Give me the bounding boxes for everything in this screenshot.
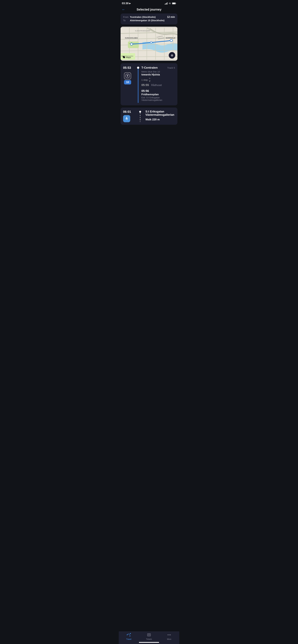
svg-point-24 bbox=[170, 39, 173, 42]
zoom-icon: ⊕ bbox=[171, 54, 173, 57]
departure-left-col: 05:53 T 10 bbox=[123, 66, 135, 103]
apple-maps-label: Maps bbox=[123, 56, 131, 58]
back-button[interactable]: ← bbox=[122, 8, 125, 12]
svg-point-34 bbox=[126, 117, 127, 118]
status-time: 03:30 ▶ bbox=[122, 2, 131, 5]
departure-station: T-Centralen bbox=[141, 66, 158, 70]
location-icon: ▶ bbox=[129, 2, 131, 4]
departure-content: T-Centralen Track 5 Metro blue line 10 t… bbox=[141, 66, 175, 103]
svg-point-39 bbox=[168, 634, 168, 635]
walk-icon-circle bbox=[123, 115, 130, 122]
map-container[interactable]: Kronobergsparken KUNGSHOLMEN NORRMALM KL… bbox=[121, 27, 177, 61]
transit-line-badge: 10 bbox=[124, 80, 131, 84]
blue-line bbox=[138, 69, 138, 103]
walk-left-col: 06:01 bbox=[123, 110, 135, 122]
travel-icon bbox=[127, 633, 131, 638]
walk-content: S:t Eriksgatan Västermalmsgallerian Walk… bbox=[145, 110, 175, 121]
from-label: From bbox=[123, 16, 129, 18]
map-zoom-button[interactable]: ⊕ bbox=[169, 52, 175, 58]
walk-person-icon bbox=[125, 117, 129, 121]
svg-text:T: T bbox=[127, 75, 128, 77]
nav-item-tickets[interactable]: Tickets bbox=[143, 633, 155, 640]
stops-count: 1 stop bbox=[141, 78, 148, 81]
journey-duration: 12 min bbox=[167, 16, 175, 18]
header: ← Selected journey bbox=[119, 6, 179, 14]
walk-station: S:t Eriksgatan Västermalmsgallerian bbox=[145, 110, 175, 116]
journey-to-row: To Alströmergatan 15 (Stockholm) bbox=[123, 19, 175, 22]
svg-text:KUNGSHOLMEN: KUNGSHOLMEN bbox=[125, 37, 138, 39]
journey-steps-card: 05:53 T 10 T-Centralen Track 5 bbox=[121, 63, 177, 105]
walk-start-dot bbox=[139, 111, 141, 113]
apple-icon bbox=[123, 56, 125, 58]
to-label: To bbox=[123, 19, 129, 22]
home-indicator bbox=[139, 642, 159, 643]
tickets-label: Tickets bbox=[146, 638, 152, 640]
svg-rect-3 bbox=[167, 2, 168, 4]
from-station: Tcentralen (Stockholm) bbox=[130, 16, 156, 18]
svg-rect-19 bbox=[128, 42, 139, 48]
stops-expand[interactable]: 1 stop ^ v bbox=[141, 76, 175, 83]
departure-section: 05:53 T 10 T-Centralen Track 5 bbox=[123, 66, 175, 103]
timeline-col bbox=[137, 66, 139, 103]
track-label: Track 5 bbox=[167, 66, 175, 69]
svg-rect-37 bbox=[147, 634, 151, 636]
status-bar: 03:30 ▶ bbox=[119, 0, 179, 6]
tickets-icon bbox=[147, 633, 151, 638]
walk-line-col bbox=[139, 110, 141, 122]
svg-rect-2 bbox=[166, 3, 167, 4]
status-icons bbox=[165, 2, 176, 4]
walk-section: 06:01 S:t Eriksgatan Västermalmsgalleria… bbox=[121, 108, 177, 125]
walk-row: 06:01 S:t Eriksgatan Västermalmsgalleria… bbox=[123, 110, 175, 122]
svg-rect-0 bbox=[165, 4, 165, 4]
arrival-time-row: 05:56 bbox=[141, 89, 175, 93]
arrival-station: Fridhemsplan bbox=[141, 93, 175, 96]
to-station: Alströmergatan 15 (Stockholm) bbox=[130, 19, 165, 22]
header-title: Selected journey bbox=[136, 8, 162, 11]
svg-text:KLARASTRANDSLEDEN: KLARASTRANDSLEDEN bbox=[135, 30, 150, 32]
svg-point-40 bbox=[169, 634, 170, 635]
line-info: Metro blue line 10 bbox=[141, 70, 175, 73]
transit-icons: T 10 bbox=[123, 71, 132, 84]
more-icon bbox=[167, 633, 171, 638]
svg-rect-6 bbox=[173, 3, 175, 4]
journey-from-row: From Tcentralen (Stockholm) 12 min bbox=[123, 16, 175, 18]
nav-item-more[interactable]: More bbox=[163, 633, 175, 640]
travel-label: Travel bbox=[126, 638, 131, 640]
intermediate-name: Rådhuset bbox=[151, 84, 162, 86]
intermediate-stop: 05:55 Rådhuset bbox=[141, 83, 175, 88]
svg-point-41 bbox=[170, 634, 171, 635]
home-indicator-bar bbox=[119, 641, 179, 643]
journey-info-card: From Tcentralen (Stockholm) 12 min To Al… bbox=[121, 14, 177, 24]
signal-icon bbox=[165, 2, 168, 4]
walk-description: Walk 220 m bbox=[145, 118, 175, 121]
wifi-icon bbox=[168, 2, 171, 4]
intermediate-time: 05:55 bbox=[141, 83, 149, 86]
walk-dashed-line bbox=[140, 113, 140, 122]
metro-t-icon: T bbox=[125, 74, 130, 78]
arrival-section: 05:56 Fridhemsplan Exit: S:t Eriksgatan … bbox=[141, 88, 175, 101]
svg-rect-5 bbox=[176, 3, 176, 4]
svg-point-23 bbox=[130, 43, 133, 45]
svg-rect-1 bbox=[166, 4, 166, 4]
departure-time: 05:53 bbox=[123, 66, 132, 70]
arrival-time: 05:56 bbox=[141, 89, 149, 93]
svg-text:NORRMALM: NORRMALM bbox=[166, 37, 175, 39]
nav-item-travel[interactable]: Travel bbox=[123, 633, 135, 640]
transit-icon-circle: T bbox=[124, 72, 131, 80]
line-direction: towards Hjulsta bbox=[141, 73, 175, 76]
departure-dot bbox=[137, 66, 139, 69]
arrival-exit: Exit: S:t Eriksgatan Västermalmsgalleria… bbox=[141, 96, 175, 101]
more-label: More bbox=[167, 638, 171, 640]
battery-icon bbox=[172, 2, 176, 4]
svg-point-25 bbox=[150, 42, 152, 43]
station-header: T-Centralen Track 5 bbox=[141, 66, 175, 70]
walk-time: 06:01 bbox=[123, 110, 132, 114]
stops-chevron-icon: ^ v bbox=[149, 78, 151, 82]
